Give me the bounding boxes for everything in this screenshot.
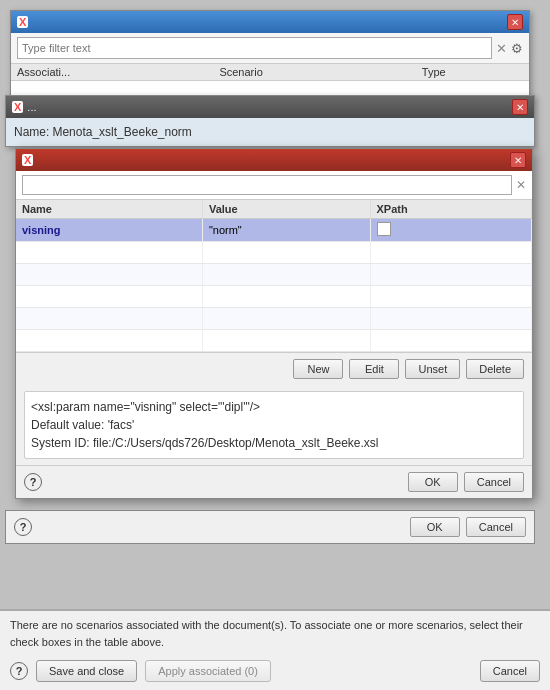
param-name-cell: [16, 308, 202, 330]
associations-window-icon: X: [17, 16, 28, 28]
params-ok-button[interactable]: OK: [408, 472, 458, 492]
bottom-scenarios-bar: There are no scenarios associated with t…: [0, 609, 550, 690]
params-col-value: Value: [202, 200, 370, 219]
bottom-help-icon[interactable]: ?: [10, 662, 28, 680]
associations-close-button[interactable]: ✕: [507, 14, 523, 30]
name-label: Name:: [14, 125, 49, 139]
second-bottom-bar: ? OK Cancel: [5, 510, 535, 544]
second-cancel-button[interactable]: Cancel: [466, 517, 526, 537]
param-value-cell: [202, 330, 370, 352]
mid-window: X ... ✕ Name: Menota_xslt_Beeke_norm: [5, 95, 535, 147]
param-value-cell: [202, 264, 370, 286]
name-value: Menota_xslt_Beeke_norm: [52, 125, 191, 139]
col-type: Type: [422, 66, 523, 78]
mid-window-icon: X: [12, 101, 23, 113]
col-scenario: Scenario: [219, 66, 421, 78]
table-row[interactable]: [16, 242, 532, 264]
param-name-cell: [16, 330, 202, 352]
xsl-params-close-button[interactable]: ✕: [510, 152, 526, 168]
param-xpath-cell: [370, 264, 531, 286]
params-col-name: Name: [16, 200, 202, 219]
param-name-cell: visning: [16, 219, 202, 242]
save-and-close-button[interactable]: Save and close: [36, 660, 137, 682]
xsl-param-line2: Default value: 'facs': [31, 418, 134, 432]
table-row[interactable]: [16, 286, 532, 308]
mid-title-bar: X ... ✕: [6, 96, 534, 118]
param-xpath-cell: [370, 286, 531, 308]
col-association: Associati...: [17, 66, 219, 78]
params-info-box: <xsl:param name="visning" select="'dipl'…: [24, 391, 524, 459]
param-xpath-cell: [370, 242, 531, 264]
param-name-cell: [16, 264, 202, 286]
xsl-param-line1: <xsl:param name="visning" select="'dipl'…: [31, 400, 260, 414]
params-table: Name Value XPath visning "norm": [16, 200, 532, 352]
xsl-params-dialog: X ✕ ✕ Name Value XPath visning "norm": [15, 148, 533, 499]
xsl-params-icon: X: [22, 154, 33, 166]
second-ok-button[interactable]: OK: [410, 517, 460, 537]
params-dialog-bottom-bar: ? OK Cancel: [16, 465, 532, 498]
second-ok-cancel: OK Cancel: [410, 517, 526, 537]
associations-title-bar: X ✕: [11, 11, 529, 33]
filter-clear-icon[interactable]: ✕: [496, 41, 507, 56]
xsl-param-line3: System ID: file:/C:/Users/qds726/Desktop…: [31, 436, 378, 450]
filter-bar: ✕ ⚙: [11, 33, 529, 64]
table-header: Associati... Scenario Type: [11, 64, 529, 81]
param-value-cell: [202, 286, 370, 308]
mid-window-title: ...: [27, 101, 36, 113]
params-search-row: ✕: [16, 171, 532, 200]
table-row[interactable]: [16, 330, 532, 352]
params-cancel-button[interactable]: Cancel: [464, 472, 524, 492]
params-help-icon[interactable]: ?: [24, 473, 42, 491]
param-value-cell: [202, 242, 370, 264]
param-value-cell: "norm": [202, 219, 370, 242]
mid-content: Name: Menota_xslt_Beeke_norm: [6, 118, 534, 146]
param-name-cell: [16, 242, 202, 264]
edit-button[interactable]: Edit: [349, 359, 399, 379]
param-name-cell: [16, 286, 202, 308]
param-xpath-cell: [370, 219, 531, 242]
params-ok-cancel-buttons: OK Cancel: [408, 472, 524, 492]
unset-button[interactable]: Unset: [405, 359, 460, 379]
filter-settings-icon[interactable]: ⚙: [511, 41, 523, 56]
mid-close-button[interactable]: ✕: [512, 99, 528, 115]
filter-input[interactable]: [17, 37, 492, 59]
param-xpath-cell: [370, 308, 531, 330]
bottom-cancel-button[interactable]: Cancel: [480, 660, 540, 682]
params-search-input[interactable]: [22, 175, 512, 195]
table-row[interactable]: visning "norm": [16, 219, 532, 242]
delete-button[interactable]: Delete: [466, 359, 524, 379]
new-button[interactable]: New: [293, 359, 343, 379]
table-row[interactable]: [16, 264, 532, 286]
apply-associated-button[interactable]: Apply associated (0): [145, 660, 271, 682]
param-xpath-cell: [370, 330, 531, 352]
params-col-xpath: XPath: [370, 200, 531, 219]
params-action-buttons: New Edit Unset Delete: [16, 352, 532, 385]
second-help-icon[interactable]: ?: [14, 518, 32, 536]
param-value-cell: [202, 308, 370, 330]
params-search-clear-icon[interactable]: ✕: [516, 178, 526, 192]
warning-text: There are no scenarios associated with t…: [0, 611, 550, 656]
xsl-params-title-bar: X ✕: [16, 149, 532, 171]
table-row[interactable]: [16, 308, 532, 330]
bottom-action-buttons: ? Save and close Apply associated (0) Ca…: [0, 656, 550, 690]
xpath-checkbox[interactable]: [377, 222, 391, 236]
